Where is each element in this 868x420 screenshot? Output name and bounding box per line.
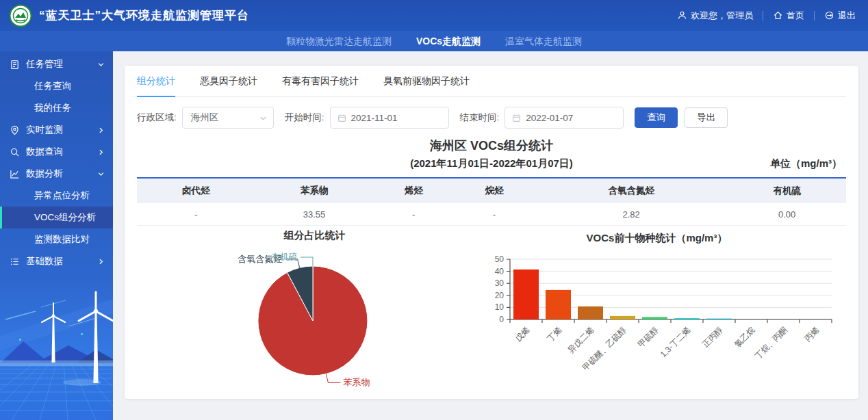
table-column-苯系物: 苯系物	[255, 178, 374, 203]
bar-chart: 01020304050戊烯丁烯异戊二烯甲硫醚、乙硫醇甲硫醇1,3-丁二烯正丙醇氯…	[495, 254, 832, 373]
welcome-text: 欢迎您，管理员	[691, 10, 753, 22]
y-tick-label: 30	[495, 278, 505, 288]
header-right: 欢迎您，管理员 首页 退出	[677, 10, 856, 22]
bar-甲硫醚、乙硫醇	[610, 316, 635, 319]
charts-area: 组分占比统计 VOCs前十物种统计（mg/m³） 苯系物含氧含氮烃有机硫0102…	[125, 221, 858, 397]
x-tick-label-氯乙烷: 氯乙烷	[732, 325, 756, 349]
monitoring-type-nav: 颗粒物激光雷达走航监测VOCs走航监测温室气体走航监测	[0, 31, 868, 51]
list-icon	[10, 257, 20, 267]
sidebar-item-label: 基础数据	[26, 255, 63, 267]
x-tick-label-异戊二烯: 异戊二烯	[566, 325, 596, 355]
home-icon	[773, 10, 783, 21]
chevron-right-icon	[97, 148, 105, 156]
x-tick-label-正丙醇: 正丙醇	[700, 325, 724, 349]
sidebar-subitem-任务查询[interactable]: 任务查询	[0, 75, 113, 97]
pie-chart: 苯系物含氧含氮烃有机硫	[238, 252, 370, 387]
start-date-label: 开始时间:	[285, 111, 324, 124]
logout-label: 退出	[838, 10, 856, 22]
bar-异戊二烯	[578, 306, 603, 319]
header-divider	[763, 11, 763, 21]
user-icon	[677, 10, 687, 21]
summary-unit: 单位（mg/m³）	[770, 157, 842, 170]
region-label: 行政区域:	[137, 111, 177, 124]
y-tick-label: 50	[495, 254, 505, 264]
region-select[interactable]: 海州区	[182, 107, 274, 129]
y-tick-label: 40	[495, 267, 505, 276]
end-date-label: 结束时间:	[460, 111, 500, 124]
sidebar-item-数据查询[interactable]: 数据查询	[0, 141, 113, 163]
summary-date-range: (2021年11月01日-2022年01月07日)	[125, 157, 858, 170]
chevron-down-icon	[259, 114, 268, 122]
sidebar-item-数据分析[interactable]: 数据分析	[0, 163, 113, 185]
y-tick-label: 10	[495, 302, 505, 312]
sidebar-item-label: 实时监测	[26, 124, 63, 136]
component-stats-table: 卤代烃苯系物烯烃烷烃含氧含氮烃有机硫 -33.55--2.820.00	[137, 177, 846, 226]
home-link[interactable]: 首页	[773, 10, 804, 22]
sidebar-subitem-异常点位分析[interactable]: 异常点位分析	[0, 185, 113, 207]
tab-组分统计[interactable]: 组分统计	[137, 66, 175, 96]
location-pin-icon	[10, 125, 20, 135]
sidebar-item-label: 数据分析	[26, 168, 63, 180]
filter-row: 行政区域: 海州区 开始时间: 2021-11-01 结束时间:	[137, 107, 846, 129]
sidebar: 任务管理任务查询我的任务实时监测数据查询数据分析异常点位分析VOCs组分分析监测…	[0, 51, 113, 420]
x-tick-label-甲硫醇: 甲硫醇	[636, 325, 660, 349]
x-tick-label-丁烯: 丁烯	[546, 325, 564, 343]
logout-link[interactable]: 退出	[824, 10, 856, 22]
bar-戊烯	[513, 270, 539, 319]
sidebar-item-label: 任务管理	[26, 58, 63, 70]
home-label: 首页	[787, 10, 804, 22]
bar-丁烯	[546, 290, 571, 319]
pie-label-有机硫: 有机硫	[271, 252, 298, 262]
start-date-value: 2021-11-01	[351, 113, 398, 123]
table-column-烷烃: 烷烃	[454, 178, 535, 203]
chart-icon	[10, 169, 20, 179]
table-column-烯烃: 烯烃	[373, 178, 454, 203]
region-value: 海州区	[191, 111, 219, 124]
export-button[interactable]: 导出	[685, 107, 728, 128]
sidebar-item-任务管理[interactable]: 任务管理	[0, 53, 113, 75]
sidebar-item-label: 数据查询	[26, 146, 63, 158]
sidebar-subitem-我的任务[interactable]: 我的任务	[0, 97, 113, 119]
start-date-input[interactable]: 2021-11-01	[330, 107, 449, 129]
header-divider	[814, 11, 815, 21]
sidebar-subitem-VOCs组分分析[interactable]: VOCs组分分析	[0, 207, 113, 228]
calendar-icon	[512, 114, 521, 122]
sidebar-menu: 任务管理任务查询我的任务实时监测数据查询数据分析异常点位分析VOCs组分分析监测…	[0, 51, 113, 272]
y-tick-label: 0	[499, 315, 504, 324]
sidebar-illustration	[0, 273, 113, 420]
calendar-icon	[337, 114, 346, 122]
pie-label-苯系物: 苯系物	[343, 377, 370, 387]
chevron-down-icon	[97, 61, 105, 68]
query-button[interactable]: 查询	[635, 107, 678, 128]
pie-label-line	[301, 257, 313, 266]
table-column-有机硫: 有机硫	[728, 178, 846, 203]
sidebar-subitem-监测数据比对[interactable]: 监测数据比对	[0, 228, 113, 250]
nav-tab-温室气体走航监测[interactable]: 温室气体走航监测	[505, 31, 582, 51]
end-date-value: 2022-01-07	[526, 113, 573, 123]
bar-1,3-丁二烯	[674, 318, 700, 319]
x-tick-label-丙烯: 丙烯	[803, 325, 821, 343]
table-column-卤代烃: 卤代烃	[137, 178, 255, 203]
chevron-down-icon	[97, 170, 105, 178]
sidebar-item-基础数据[interactable]: 基础数据	[0, 250, 113, 272]
summary-title: 海州区 VOCs组分统计	[125, 137, 858, 154]
tab-有毒有害因子统计[interactable]: 有毒有害因子统计	[282, 66, 359, 96]
nav-tab-颗粒物激光雷达走航监测[interactable]: 颗粒物激光雷达走航监测	[286, 31, 392, 51]
charts-canvas: 苯系物含氧含氮烃有机硫01020304050戊烯丁烯异戊二烯甲硫醚、乙硫醇甲硫醇…	[125, 221, 858, 397]
tab-臭氧前驱物因子统计[interactable]: 臭氧前驱物因子统计	[383, 66, 470, 96]
pie-label-line	[326, 374, 340, 383]
nav-tab-VOCs走航监测[interactable]: VOCs走航监测	[416, 31, 481, 51]
table-column-含氧含氮烃: 含氧含氮烃	[535, 178, 728, 203]
y-tick-label: 20	[495, 291, 505, 300]
x-tick-label-丁烷、丙酮: 丁烷、丙酮	[753, 325, 789, 360]
statistics-tabs: 组分统计恶臭因子统计有毒有害因子统计臭氧前驱物因子统计	[137, 66, 846, 97]
end-date-input[interactable]: 2022-01-07	[505, 107, 624, 129]
bar-正丙醇	[706, 319, 732, 319]
bar-甲硫醇	[642, 317, 667, 319]
app-header: “蓝天卫士”大气环境走航监测管理平台 欢迎您，管理员 首页 退出	[0, 0, 868, 31]
search-icon	[10, 147, 20, 157]
tab-恶臭因子统计[interactable]: 恶臭因子统计	[200, 66, 257, 96]
sidebar-item-实时监测[interactable]: 实时监测	[0, 119, 113, 141]
platform-logo-icon	[9, 4, 32, 27]
platform-title: “蓝天卫士”大气环境走航监测管理平台	[39, 8, 249, 23]
